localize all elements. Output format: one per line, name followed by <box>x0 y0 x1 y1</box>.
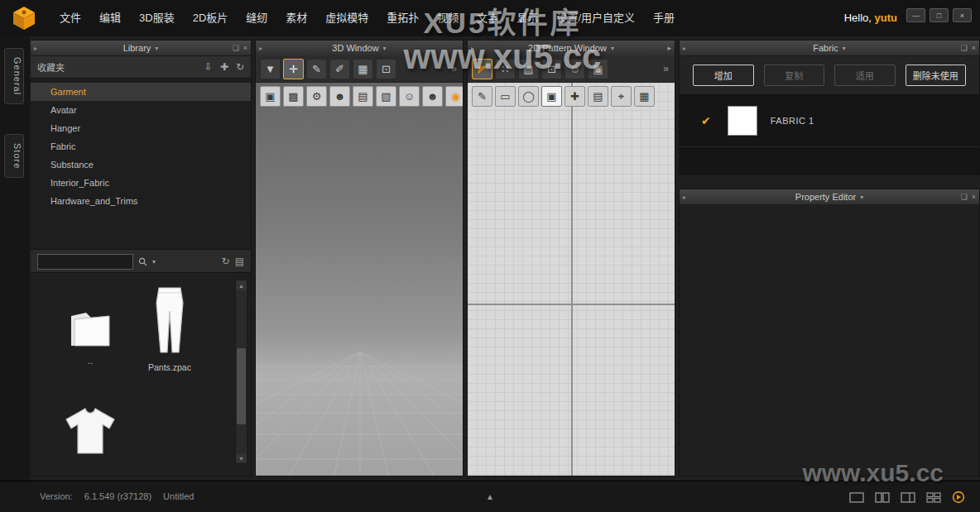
close-button[interactable]: × <box>953 8 972 22</box>
menu-item-13[interactable]: 手册 <box>644 0 684 36</box>
tshirt-file-item[interactable] <box>52 407 128 457</box>
library-folder-hanger[interactable]: Hanger <box>31 119 251 137</box>
notch-icon[interactable]: ⌖ <box>611 86 632 107</box>
polygon-tool-icon[interactable]: ✎ <box>472 86 492 107</box>
menu-item-9[interactable]: 视频 <box>428 0 468 36</box>
menu-item-1[interactable]: 文件 <box>50 0 90 36</box>
fabric-list-item[interactable]: ✔ FABRIC 1 <box>680 95 979 147</box>
garment-fit-icon[interactable]: ▩ <box>283 86 304 107</box>
2d-viewport[interactable] <box>468 55 675 476</box>
menu-item-7[interactable]: 虚拟模特 <box>316 0 377 36</box>
chevron-down-icon[interactable]: ▾ <box>155 45 158 52</box>
menu-item-10[interactable]: 文字 <box>468 0 507 36</box>
open-folder-icon[interactable]: ⊡ <box>541 59 562 79</box>
refresh-favorites-icon[interactable]: ↻ <box>236 61 244 73</box>
rect-tool-icon[interactable]: ▭ <box>495 86 516 107</box>
texture-editor-icon[interactable]: ▨ <box>518 59 539 79</box>
add-favorite-icon[interactable]: ✚ <box>220 61 228 73</box>
show-avatar-icon[interactable]: ☺ <box>564 59 585 79</box>
tab-store[interactable]: Store <box>4 134 24 178</box>
free-sew-icon[interactable]: ✚ <box>564 86 585 107</box>
layout-two-pane-icon[interactable] <box>875 492 890 503</box>
layout-three-pane-icon[interactable] <box>901 492 915 503</box>
menu-item-8[interactable]: 重拓扑 <box>377 0 428 36</box>
move-gizmo-icon[interactable]: ✛ <box>283 59 304 79</box>
dock-arrow-icon[interactable]: ▸ <box>259 45 262 52</box>
dock-arrow-icon[interactable]: ▸ <box>683 194 686 201</box>
chevron-down-icon[interactable]: ▾ <box>611 45 614 52</box>
scrollbar-thumb[interactable] <box>237 348 246 424</box>
menu-item-4[interactable]: 2D板片 <box>184 0 238 36</box>
chevron-down-icon[interactable]: ▾ <box>383 45 387 52</box>
list-view-icon[interactable]: ▤ <box>235 256 244 267</box>
reset-layout-icon[interactable] <box>952 490 965 504</box>
close-panel-icon[interactable]: × <box>243 44 247 52</box>
avatar-icon[interactable]: ☻ <box>329 86 350 107</box>
float-panel-icon[interactable]: ❏ <box>961 44 968 52</box>
pants-file-item[interactable]: Pants.zpac <box>132 285 208 372</box>
parent-folder-item[interactable]: .. <box>52 308 128 366</box>
menu-item-3[interactable]: 3D服装 <box>130 0 184 36</box>
drape-icon[interactable]: ▧ <box>376 86 396 107</box>
fabric-button-1[interactable]: 增加 <box>693 65 754 86</box>
library-folder-avatar[interactable]: Avatar <box>31 101 251 119</box>
fold-arrange-icon[interactable]: ▤ <box>588 86 608 107</box>
scroll-up-icon[interactable]: ▲ <box>236 280 247 290</box>
menu-item-2[interactable]: 编辑 <box>90 0 130 36</box>
toolbar-overflow-icon[interactable]: » <box>451 63 459 74</box>
search-icon[interactable] <box>138 257 147 266</box>
maximize-button[interactable]: □ <box>930 8 949 22</box>
pen-3d-icon[interactable]: ✎ <box>306 59 327 79</box>
statusbar-collapse-icon[interactable]: ▲ <box>486 481 494 512</box>
fabric-button-3[interactable]: 适用 <box>834 65 896 86</box>
avatar-size-icon[interactable]: ▤ <box>353 86 373 107</box>
sew-tool-icon[interactable]: ▣ <box>541 86 562 107</box>
close-panel-icon[interactable]: × <box>972 44 976 52</box>
dock-arrow-icon[interactable]: ▸ <box>471 45 474 52</box>
fabric-button-2[interactable]: 复制 <box>764 65 825 86</box>
wall-grid-icon[interactable]: ▦ <box>353 59 373 79</box>
menu-item-6[interactable]: 素材 <box>276 0 316 36</box>
close-panel-icon[interactable]: × <box>972 193 976 201</box>
layout-single-icon[interactable] <box>849 492 864 503</box>
edit-pattern-icon[interactable]: ∷ <box>495 59 516 79</box>
circle-tool-icon[interactable]: ◯ <box>518 86 539 107</box>
scroll-down-icon[interactable]: ▼ <box>236 453 247 463</box>
avatar-tape-icon[interactable]: ☻ <box>422 86 443 107</box>
fabric-button-4[interactable]: 删除未使用 <box>906 65 967 86</box>
dock-arrow-icon[interactable]: ▸ <box>683 45 686 52</box>
refresh-view-icon[interactable]: ↻ <box>222 256 230 267</box>
float-panel-icon[interactable]: ❏ <box>961 193 968 201</box>
menu-item-12[interactable]: 设置/用户自定义 <box>547 0 644 36</box>
username[interactable]: yutu <box>875 12 897 24</box>
particle-distance-icon[interactable]: ⚙ <box>306 86 327 107</box>
menu-item-5[interactable]: 缝纫 <box>237 0 276 36</box>
view-mode-icon[interactable]: ▼ <box>260 59 281 79</box>
float-panel-icon[interactable]: ❏ <box>233 44 239 52</box>
dock-arrow-icon[interactable]: ▸ <box>34 45 37 52</box>
edit-sewing-icon[interactable]: ✐ <box>329 59 350 79</box>
library-folder-fabric[interactable]: Fabric <box>31 137 251 156</box>
open-project-icon[interactable]: ⊡ <box>376 59 396 79</box>
import-icon[interactable]: ⇩ <box>204 61 213 73</box>
library-folder-substance[interactable]: Substance <box>31 156 251 174</box>
search-input[interactable] <box>37 254 133 270</box>
stamp-icon[interactable]: ▣ <box>588 59 608 79</box>
3d-viewport[interactable] <box>256 55 463 476</box>
measure-icon[interactable]: ◉ <box>445 86 463 107</box>
chevron-down-icon[interactable]: ▾ <box>843 45 846 52</box>
chevron-down-icon[interactable]: ▾ <box>860 194 863 201</box>
pose-icon[interactable]: ☺ <box>399 86 420 107</box>
menu-item-11[interactable]: 显示 <box>507 0 547 36</box>
grade-icon[interactable]: ▦ <box>634 86 655 107</box>
library-folder-hardware-and-trims[interactable]: Hardware_and_Trims <box>31 192 251 210</box>
dock-right-arrow-icon[interactable]: ▸ <box>667 44 671 52</box>
transform-pattern-icon[interactable]: ◤ <box>472 59 492 79</box>
tab-general[interactable]: General <box>4 48 24 104</box>
library-folder-interior-fabric[interactable]: Interior_Fabric <box>31 174 251 192</box>
simulate-garment-icon[interactable]: ▣ <box>260 86 281 107</box>
library-folder-garment[interactable]: Garment <box>31 83 251 101</box>
toolbar-overflow-icon[interactable]: » <box>663 63 670 74</box>
minimize-button[interactable]: — <box>906 8 925 22</box>
layout-quad-pane-icon[interactable] <box>926 492 941 503</box>
